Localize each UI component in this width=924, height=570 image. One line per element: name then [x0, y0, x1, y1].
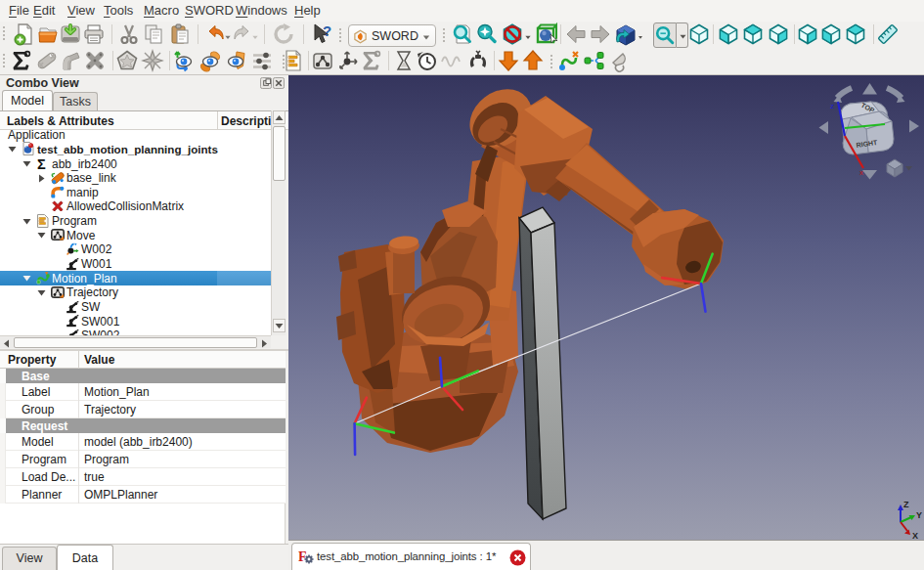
- svg-text:F: F: [298, 549, 307, 564]
- svg-text:X: X: [912, 531, 918, 540]
- svg-text:Y: Y: [916, 510, 922, 520]
- svg-text:?: ?: [323, 22, 331, 39]
- svg-text:Z: Z: [903, 500, 909, 509]
- svg-text:x: x: [859, 168, 863, 177]
- svg-text:z: z: [830, 102, 834, 110]
- svg-text:Σ: Σ: [37, 156, 46, 170]
